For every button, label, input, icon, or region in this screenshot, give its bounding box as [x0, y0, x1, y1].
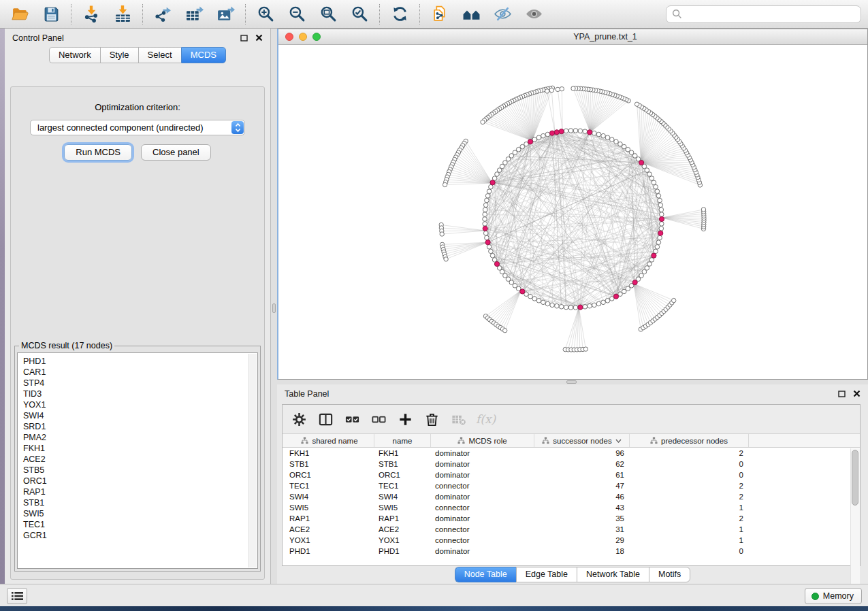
close-panel-button[interactable]: Close panel	[141, 144, 211, 161]
export-image-icon[interactable]	[212, 3, 238, 26]
table-row[interactable]: STB1STB1dominator620	[285, 459, 860, 469]
vertical-splitter[interactable]	[271, 29, 277, 584]
mcds-result-item[interactable]: PMA2	[23, 432, 248, 443]
function-builder-icon: f(x)	[476, 410, 496, 429]
result-list-scrollbar[interactable]	[248, 354, 257, 567]
window-maximize-button[interactable]	[312, 33, 321, 41]
control-panel: Control Panel NetworkStyleSelectMCDS Opt…	[5, 29, 271, 584]
show-columns-icon[interactable]	[317, 410, 335, 429]
tab-motifs[interactable]: Motifs	[649, 567, 690, 582]
task-history-button[interactable]	[7, 588, 27, 604]
zoom-selected-icon[interactable]	[347, 3, 372, 26]
optimization-criterion-select[interactable]: largest connected component (undirected)	[30, 120, 245, 135]
mcds-result-item[interactable]: STB5	[23, 465, 248, 476]
delete-column-icon[interactable]	[423, 410, 441, 429]
tab-network-table[interactable]: Network Table	[577, 567, 649, 582]
import-table-icon[interactable]	[110, 3, 135, 26]
export-table-icon[interactable]	[181, 3, 207, 26]
run-mcds-button[interactable]: Run MCDS	[64, 144, 132, 161]
table-row[interactable]: ACE2ACE2connector311	[285, 524, 860, 535]
mcds-result-item[interactable]: TEC1	[23, 519, 248, 530]
table-cell: RAP1	[285, 514, 374, 523]
mcds-result-item[interactable]: STB1	[23, 497, 248, 508]
tab-node-table[interactable]: Node Table	[455, 567, 516, 582]
table-cell: ORC1	[374, 471, 431, 479]
table-panel-close-icon[interactable]	[853, 390, 861, 397]
column-header-shared-name[interactable]: shared name	[285, 434, 374, 447]
column-header-MCDS-role[interactable]: MCDS role	[431, 434, 534, 447]
mcds-result-item[interactable]: ORC1	[23, 476, 248, 486]
hide-selection-icon[interactable]	[489, 3, 515, 26]
table-cell: 18	[534, 547, 630, 555]
column-header-predecessor-nodes[interactable]: predecessor nodes	[630, 434, 749, 447]
deselect-all-icon[interactable]	[370, 410, 388, 429]
table-cell: 2	[630, 514, 749, 523]
memory-button[interactable]: Memory	[805, 588, 862, 604]
table-row[interactable]: TEC1TEC1connector472	[285, 480, 860, 491]
table-cell: PHD1	[374, 547, 431, 555]
settings-gear-icon[interactable]	[290, 410, 308, 429]
mcds-result-item[interactable]: TID3	[23, 389, 248, 399]
mcds-result-item[interactable]: RAP1	[23, 486, 248, 497]
control-panel-titlebar: Control Panel	[5, 29, 270, 47]
table-row[interactable]: YOX1YOX1connector291	[285, 535, 860, 546]
table-row[interactable]: PHD1PHD1dominator180	[285, 546, 860, 557]
sort-chevron-icon	[615, 439, 622, 443]
table-cell: connector	[431, 525, 534, 533]
table-cell: 2	[630, 449, 749, 457]
create-column-icon[interactable]	[396, 410, 415, 429]
network-canvas[interactable]	[278, 45, 867, 379]
refresh-icon[interactable]	[387, 3, 413, 26]
splitter-grip-icon[interactable]	[566, 380, 577, 384]
tab-select[interactable]: Select	[138, 47, 181, 63]
table-row[interactable]: SWI4SWI4dominator462	[285, 491, 860, 502]
mcds-result-item[interactable]: FKH1	[23, 443, 248, 454]
horizontal-splitter[interactable]	[277, 380, 868, 384]
mcds-result-item[interactable]: GCR1	[23, 530, 248, 541]
open-file-icon[interactable]	[7, 3, 33, 26]
tab-edge-table[interactable]: Edge Table	[516, 567, 577, 582]
zoom-in-icon[interactable]	[253, 3, 278, 26]
control-panel-float-icon[interactable]	[240, 35, 248, 42]
import-network-icon[interactable]	[78, 3, 104, 26]
table-row[interactable]: SWI5SWI5connector431	[285, 502, 860, 513]
control-panel-close-icon[interactable]	[255, 34, 263, 42]
table-toolbar: f(x)	[283, 405, 860, 434]
splitter-grip-icon[interactable]	[272, 303, 276, 313]
search-box[interactable]	[666, 5, 861, 23]
table-row[interactable]: RAP1RAP1dominator352	[285, 513, 860, 524]
export-network-icon[interactable]	[150, 3, 176, 26]
table-cell: 0	[630, 460, 749, 468]
table-panel-float-icon[interactable]	[838, 391, 846, 397]
mcds-result-item[interactable]: PHD1	[23, 356, 248, 367]
table-row[interactable]: ORC1ORC1dominator610	[285, 469, 860, 480]
zoom-fit-icon[interactable]	[315, 3, 341, 26]
mcds-result-item[interactable]: SWI5	[23, 508, 248, 519]
scrollbar-thumb[interactable]	[852, 450, 858, 506]
save-session-icon[interactable]	[38, 3, 64, 26]
tab-network[interactable]: Network	[49, 47, 100, 63]
mcds-result-item[interactable]: SRD1	[23, 421, 248, 432]
window-minimize-button[interactable]	[299, 33, 307, 41]
search-input[interactable]	[686, 9, 855, 19]
window-close-button[interactable]	[285, 33, 293, 41]
column-header-successor-nodes[interactable]: successor nodes	[534, 434, 630, 447]
zoom-out-icon[interactable]	[284, 3, 310, 26]
tab-mcds[interactable]: MCDS	[181, 47, 226, 63]
mcds-result-item[interactable]: SWI4	[23, 410, 248, 421]
mcds-result-item[interactable]: YOX1	[23, 399, 248, 410]
mcds-result-item[interactable]: ACE2	[23, 454, 248, 465]
new-network-from-selection-icon[interactable]	[427, 3, 453, 26]
mcds-result-list[interactable]: PHD1CAR1STP4TID3YOX1SWI4SRD1PMA2FKH1ACE2…	[18, 354, 248, 567]
mcds-result-item[interactable]: STP4	[23, 378, 248, 389]
column-type-tree-icon	[301, 437, 308, 444]
show-all-icon[interactable]	[521, 3, 547, 26]
table-cell: connector	[431, 482, 534, 490]
first-neighbors-icon[interactable]	[458, 3, 484, 26]
network-graph[interactable]	[278, 45, 867, 378]
select-all-icon[interactable]	[343, 410, 361, 429]
tab-style[interactable]: Style	[100, 47, 138, 63]
table-row[interactable]: FKH1FKH1dominator962	[285, 448, 860, 459]
mcds-result-item[interactable]: CAR1	[23, 367, 248, 378]
column-header-name[interactable]: name	[374, 434, 431, 447]
